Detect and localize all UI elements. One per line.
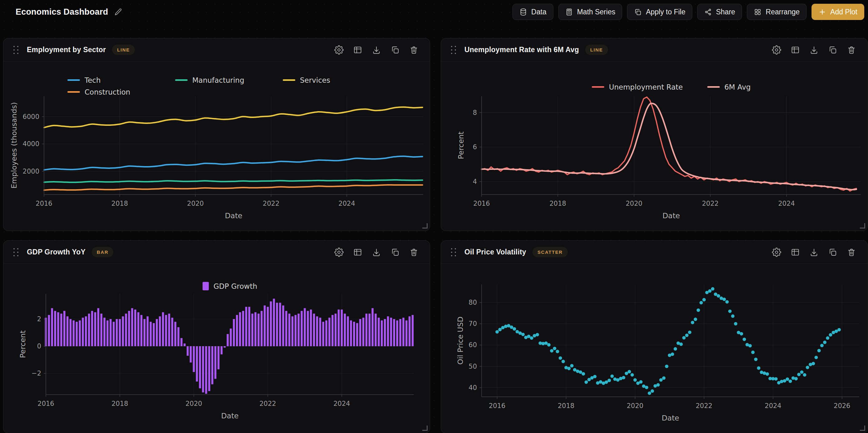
scatter-point [826, 336, 829, 340]
oil-chart-canvas[interactable]: 2016201820202022202420264050607080DateOi… [441, 264, 868, 433]
table-icon[interactable] [790, 248, 800, 257]
y-tick-label: 6 [473, 143, 477, 151]
bar [270, 301, 272, 346]
trash-icon[interactable] [847, 45, 856, 55]
add-plot-button[interactable]: Add Plot [811, 4, 864, 20]
bar [242, 311, 244, 346]
x-tick-label: 2016 [473, 200, 490, 207]
trash-icon[interactable] [409, 248, 418, 257]
bar [162, 312, 164, 346]
bar [91, 311, 93, 346]
copy-icon[interactable] [391, 248, 400, 257]
bar [254, 312, 256, 346]
bar [239, 312, 241, 346]
download-icon[interactable] [809, 45, 819, 55]
bar [100, 314, 103, 346]
scatter-point [696, 308, 700, 312]
rearrange-button-label: Rearrange [766, 8, 800, 16]
table-icon[interactable] [353, 45, 362, 55]
bar [226, 334, 229, 346]
download-icon[interactable] [372, 248, 381, 257]
drag-handle-icon[interactable] [13, 46, 19, 54]
scatter-point [674, 347, 677, 350]
panel-actions [772, 45, 856, 55]
share-icon [704, 8, 712, 16]
resize-handle[interactable] [860, 426, 865, 431]
gear-icon[interactable] [772, 45, 781, 55]
chart-body: 2016201820202022202420264050607080DateOi… [441, 264, 868, 433]
database-icon [519, 8, 527, 16]
scatter-point [645, 386, 648, 389]
scatter-point [521, 333, 525, 336]
scatter-point [550, 349, 553, 352]
calculator-icon [565, 8, 573, 16]
resize-handle[interactable] [860, 223, 865, 228]
rearrange-button[interactable]: Rearrange [747, 4, 807, 20]
scatter-point [538, 342, 542, 345]
x-tick-label: 2020 [187, 200, 204, 207]
resize-handle[interactable] [422, 223, 428, 228]
drag-handle-icon[interactable] [451, 46, 456, 54]
gear-icon[interactable] [334, 248, 344, 257]
scatter-point [743, 338, 746, 341]
panel-unemployment-rate: Unemployment Rate with 6M Avg LINE 20162… [441, 38, 868, 231]
chart-legend: TechManufacturingServicesConstruction [44, 74, 447, 97]
drag-handle-icon[interactable] [451, 248, 456, 256]
copy-icon[interactable] [828, 248, 837, 257]
scatter-point [708, 289, 712, 293]
bar [362, 318, 365, 346]
bar [325, 320, 328, 346]
math-series-button[interactable]: Math Series [558, 4, 622, 20]
download-icon[interactable] [372, 45, 381, 55]
x-tick-label: 2016 [489, 402, 505, 410]
legend-item: Tech [67, 74, 175, 86]
y-axis-label: Employees (thousands) [10, 102, 19, 189]
table-icon[interactable] [790, 45, 800, 55]
gear-icon[interactable] [334, 45, 344, 55]
data-button[interactable]: Data [513, 4, 553, 20]
legend-item: 6M Avg [707, 82, 751, 92]
bar [387, 316, 389, 346]
drag-handle-icon[interactable] [13, 248, 19, 256]
pencil-icon[interactable] [114, 8, 122, 16]
y-tick-label: 70 [468, 320, 477, 328]
bar [187, 346, 189, 356]
share-button[interactable]: Share [697, 4, 742, 20]
gear-icon[interactable] [772, 248, 781, 257]
scatter-point [820, 344, 824, 347]
chart-type-badge: BAR [92, 247, 113, 257]
bar [332, 315, 334, 346]
x-tick-label: 2026 [834, 402, 850, 410]
bar [131, 308, 133, 346]
scatter-point [513, 327, 516, 331]
panel-actions [334, 248, 418, 257]
trash-icon[interactable] [847, 248, 856, 257]
chart-body: 20162018202020222024468DatePercent Unemp… [441, 62, 868, 231]
bar [285, 311, 287, 346]
apply-to-file-button[interactable]: Apply to File [627, 4, 692, 20]
bar [319, 318, 321, 346]
scatter-point [814, 355, 818, 359]
copy-icon[interactable] [391, 45, 400, 55]
bar [396, 320, 398, 346]
scatter-point [587, 378, 591, 381]
table-icon[interactable] [353, 248, 362, 257]
scatter-point [823, 341, 827, 344]
download-icon[interactable] [809, 248, 819, 257]
scatter-point [593, 375, 596, 378]
bar [335, 314, 337, 346]
add-plot-button-label: Add Plot [830, 8, 858, 16]
trash-icon[interactable] [409, 45, 418, 55]
panel-header: Employment by Sector LINE [3, 38, 430, 62]
resize-handle[interactable] [422, 426, 428, 431]
bar [224, 346, 226, 347]
bar [156, 319, 158, 346]
plus-icon [818, 8, 826, 16]
y-tick-label: 80 [468, 299, 477, 306]
bar [177, 327, 180, 346]
panel-title: GDP Growth YoY [27, 248, 86, 256]
copy-icon[interactable] [828, 45, 837, 55]
x-tick-label: 2020 [627, 402, 643, 410]
bar [211, 346, 214, 384]
legend-swatch [175, 79, 188, 81]
